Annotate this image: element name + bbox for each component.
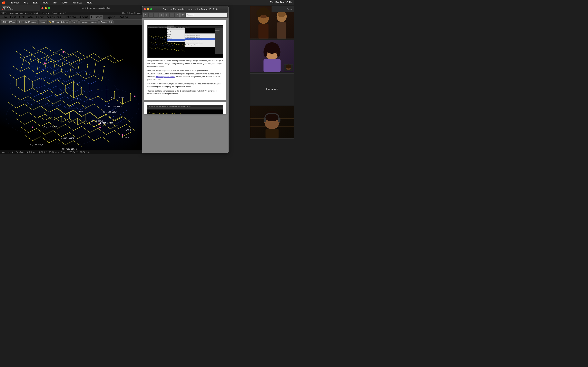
svg-point-76 <box>65 124 66 125</box>
coot-info-text: INFO:: you are overwriting existing key … <box>1 12 69 14</box>
svg-text:z: z <box>29 58 30 60</box>
menubar-edit[interactable]: Edit <box>32 1 39 4</box>
svg-point-146 <box>286 64 291 68</box>
svg-rect-152 <box>278 118 281 122</box>
top-right-control: Setup <box>272 6 294 12</box>
svg-line-6 <box>69 64 71 77</box>
svg-text:y: y <box>26 56 28 58</box>
coot-menu-refine[interactable]: Refine <box>118 15 129 20</box>
svg-rect-139 <box>277 22 286 39</box>
reset-view-btn[interactable]: ↺ Reset View <box>1 20 16 24</box>
svg-point-58 <box>40 93 42 94</box>
svg-point-67 <box>102 110 103 111</box>
svg-line-7 <box>78 59 80 74</box>
menubar-window[interactable]: Window <box>71 1 83 4</box>
terminal-titlebar: coot_tutorial — -zsh — 81×24 <box>40 5 140 11</box>
sequence-context-btn[interactable]: Sequence context <box>79 20 99 24</box>
recording-indicator: Recording <box>2 8 38 10</box>
menubar-go[interactable]: Go <box>52 1 58 4</box>
svg-point-65 <box>69 106 70 107</box>
pdf-zoom-btn[interactable] <box>150 8 152 10</box>
terminal-zoom-btn[interactable] <box>48 7 50 9</box>
pdf-titlebar: Coot_cryoEM_tutorial_compressed.pdf (pag… <box>142 6 228 12</box>
pdf-close-btn[interactable] <box>144 8 146 10</box>
pdf-share[interactable]: ↑ <box>159 13 164 17</box>
coot-menu-custom[interactable]: Custom <box>90 15 103 20</box>
pdf-sidebar-toggle[interactable]: ⊟ <box>143 13 148 17</box>
menubar-view[interactable]: View <box>41 1 49 4</box>
coot-menu-draw[interactable]: Draw <box>35 15 44 20</box>
svg-text:Copy...: Copy... <box>167 36 171 37</box>
svg-text:Delete...: Delete... <box>167 38 172 39</box>
pdf-annotate2[interactable]: □ <box>175 13 180 17</box>
pdf-magnify[interactable]: ⚲ <box>181 13 185 17</box>
coot-menu-file[interactable]: File <box>1 15 8 20</box>
svg-point-89 <box>60 94 61 95</box>
svg-line-37 <box>110 115 116 119</box>
coot-menu-ligand[interactable]: Ligand <box>105 15 116 20</box>
pdf-zoom-out[interactable]: − <box>149 13 153 17</box>
pdf-link-sequences[interactable]: "misc/sequences.fasta" <box>156 76 174 78</box>
svg-text:Renumber from active residue t: Renumber from active residue to C-term <box>185 43 203 44</box>
svg-rect-144 <box>264 59 281 72</box>
menubar-tools[interactable]: Tools <box>60 1 69 4</box>
mol-viewer-canvas[interactable]: CB /123 ALA/C CA /123 ALA/C CA /127 LYS/… <box>0 25 142 150</box>
coot-menu-measures[interactable]: Measures <box>46 15 62 20</box>
svg-point-52 <box>49 83 50 84</box>
coot-menu-edit[interactable]: Edit <box>9 15 17 20</box>
coot-menu-about[interactable]: About <box>78 15 89 20</box>
svg-text:N /133 SER/C: N /133 SER/C <box>30 144 43 146</box>
terminal-close-btn[interactable] <box>42 7 43 9</box>
svg-text:N /129 LEU/C: N /129 LEU/C <box>61 137 74 139</box>
pdf-page-2: File Edit Calculate Draw Measures Valida… <box>144 102 226 114</box>
pdf-window: Coot_cryoEM_tutorial_compressed.pdf (pag… <box>142 6 229 153</box>
svg-point-75 <box>49 122 50 123</box>
svg-point-70 <box>77 118 78 119</box>
pdf-text-merge: Merge the helix into the initial model (… <box>147 59 223 68</box>
apple-menu-icon[interactable]: 🍎 <box>2 1 6 4</box>
pdf-markup[interactable]: ✏ <box>164 13 169 17</box>
svg-point-59 <box>57 95 58 96</box>
mol-svg: CB /123 ALA/C CA /123 ALA/C CA /127 LYS/… <box>0 25 142 150</box>
svg-line-9 <box>94 61 96 75</box>
sym-btn[interactable]: Sym? <box>70 20 79 24</box>
svg-point-135 <box>266 10 270 17</box>
svg-text:Renumber active chain by last : Renumber active chain by last res <box>185 37 200 38</box>
pdf-zoom-in[interactable]: + <box>154 13 158 17</box>
svg-point-66 <box>85 108 86 109</box>
coot-status-bar: (mol. no: 0) CA /1/C/123 ALA occ: 1.00 b… <box>0 150 142 154</box>
pdf-search-input[interactable] <box>186 13 227 17</box>
svg-rect-110 <box>167 28 185 30</box>
video-panel-laura-yen: Laura Yen <box>250 73 294 105</box>
terminal-minimize-btn[interactable] <box>45 7 47 9</box>
coot-window-title: Coot 0.9-pre EL(ccp <box>122 12 141 14</box>
svg-point-64 <box>53 104 54 105</box>
accept-rsr-btn[interactable]: Accept RSR <box>99 20 113 24</box>
svg-point-45 <box>38 59 39 60</box>
display-manager-btn[interactable]: 🖥 Display Manager <box>17 20 38 24</box>
svg-line-4 <box>53 62 55 75</box>
svg-text:CA /127 LYS/C: CA /127 LYS/C <box>69 110 83 113</box>
svg-point-86 <box>122 134 123 136</box>
laura-yen-name: Laura Yen <box>266 88 278 91</box>
menubar-help[interactable]: Help <box>86 1 94 4</box>
svg-point-51 <box>32 81 33 82</box>
svg-text:CA /123 ALA/C: CA /123 ALA/C <box>108 105 122 108</box>
rama-btn[interactable]: Rama <box>39 20 47 24</box>
measure-distance-btn[interactable]: 📏 Measure distance <box>48 20 70 24</box>
pdf-annotate-dropdown[interactable]: ▾ <box>170 13 174 17</box>
coot-menu-calculate[interactable]: Calculate <box>18 15 34 20</box>
pdf-title: Coot_cryoEM_tutorial_compressed.pdf (pag… <box>154 8 227 10</box>
menubar-file[interactable]: File <box>22 1 29 4</box>
svg-text:H /4 SER/C: H /4 SER/C <box>92 120 103 122</box>
pdf-minimize-btn[interactable] <box>147 8 149 10</box>
svg-point-47 <box>71 63 72 64</box>
pdf-content[interactable]: File Edit Calculate Draw Measures Valida… <box>142 18 228 153</box>
svg-point-81 <box>62 51 64 53</box>
svg-point-87 <box>32 127 34 128</box>
coot-menu-validate[interactable]: Validate <box>64 15 77 20</box>
svg-text:Refine/Re...: Refine/Re... <box>215 30 219 31</box>
svg-text:CB /129 LEU/C: CB /129 LEU/C <box>62 148 77 150</box>
menubar-preview[interactable]: Preview <box>8 1 20 4</box>
menubar-right: Thu Mar 26 4:36 PM <box>270 1 292 4</box>
